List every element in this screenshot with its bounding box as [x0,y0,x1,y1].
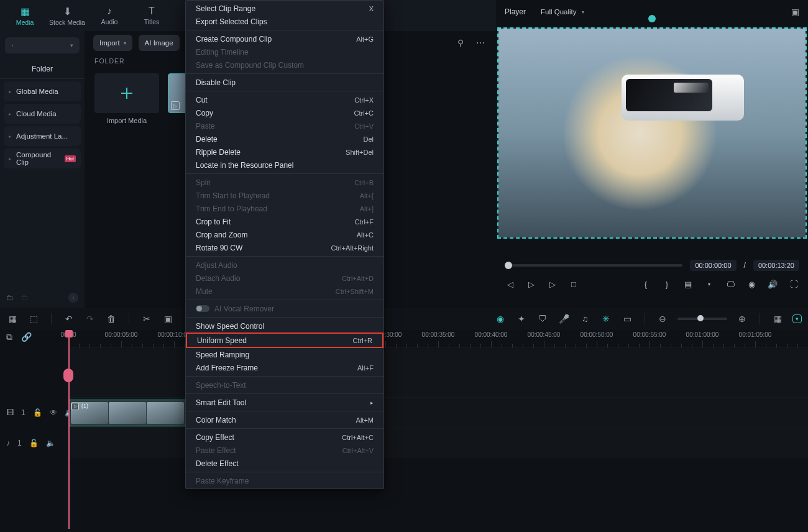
lock-icon[interactable]: 🔓 [33,408,42,417]
filter-icon[interactable]: ⚲ [454,36,467,50]
menu-item-color-match[interactable]: Color MatchAlt+M [186,413,383,426]
playhead-marker-icon[interactable] [648,15,656,22]
menu-item-export-selected-clips[interactable]: Export Selected Clips [186,15,383,28]
mic-icon[interactable]: 🎤 [558,314,570,324]
menu-separator [186,376,383,377]
chevron-down-icon: ▾ [582,9,584,15]
shield-icon[interactable]: ⛉ [536,314,549,324]
color-icon[interactable]: ◉ [494,314,507,324]
video-track-lane[interactable]: ▷ (1) [68,397,808,428]
preview-vr-headset [622,75,745,121]
mark-in-icon[interactable]: { [640,280,651,289]
tab-stock-media[interactable]: Stock Media [48,1,86,30]
menu-item-shortcut: Ctrl+Shift+M [336,288,374,295]
volume-icon[interactable]: 🔊 [767,280,778,289]
mute-icon[interactable]: 🔈 [46,439,55,447]
timeline-ruler[interactable]: 00:0000:00:05:0000:00:10:0000:00:15:0000… [68,330,808,347]
quality-label: Full Quality [541,8,577,16]
audio-track-lane[interactable] [68,428,808,458]
copy-icon[interactable]: ⧉ [6,332,12,342]
add-icon [94,73,159,113]
select-tool-icon[interactable]: ⬚ [27,314,40,324]
lock-icon[interactable]: 🔓 [29,439,39,447]
menu-separator [186,300,383,300]
collapse-sidebar-button[interactable]: ‹ [68,293,78,303]
play-icon[interactable]: ▷ [526,280,537,289]
enhance-icon[interactable]: ✦ [515,314,528,324]
video-track-index: 1 [21,408,25,417]
zoom-slider[interactable] [677,318,727,320]
ruler-timestamp: 00:01:05:00 [739,331,772,338]
chevron-down-icon[interactable]: ▾ [704,282,715,287]
menu-item-crop-to-fit[interactable]: Crop to FitCtrl+F [186,215,383,228]
camera-icon[interactable]: ◉ [746,280,757,289]
sidebar-item-compound-clip[interactable]: ▸Compound ClipHot [4,149,81,168]
mark-out-icon[interactable]: } [661,280,673,289]
undo-icon[interactable]: ↶ [63,314,75,324]
menu-item-uniform-speed[interactable]: Uniform SpeedCtrl+R [186,332,383,348]
display-icon[interactable]: 🖵 [725,280,736,289]
timeline-clip[interactable]: ▷ (1) [68,400,186,426]
music-icon[interactable]: ♫ [579,314,591,324]
folder-add-icon[interactable]: 🗀 [6,293,14,302]
tab-titles[interactable]: Titles [133,1,170,30]
aspect-icon[interactable]: ▤ [682,280,694,289]
redo-icon[interactable]: ↷ [84,314,96,324]
folder-icon[interactable]: 🗀 [21,293,29,302]
menu-item-locate-in-the-resource-panel[interactable]: Locate in the Resource Panel [186,158,383,172]
play-all-icon[interactable]: ▷ [547,280,558,289]
menu-item-ripple-delete[interactable]: Ripple DeleteShift+Del [186,145,383,158]
fullscreen-icon[interactable]: ⛶ [788,280,799,289]
track-lane[interactable] [68,347,808,397]
menu-item-select-clip-range[interactable]: Select Clip RangeX [186,2,383,15]
layout-icon[interactable]: ▦ [6,314,19,324]
menu-item-copy[interactable]: CopyCtrl+C [186,106,383,119]
delete-icon[interactable]: 🗑 [105,314,117,324]
playhead[interactable] [68,330,70,529]
zoom-in-icon[interactable]: ⊕ [736,314,748,324]
sidebar-item-global-media[interactable]: ▸Global Media [4,81,81,101]
sidebar-item-cloud-media[interactable]: ▸Cloud Media [4,104,81,124]
tab-media[interactable]: Media [6,1,44,30]
menu-item-copy-effect[interactable]: Copy EffectCtrl+Alt+C [186,431,383,444]
caption-icon[interactable]: ▭ [621,314,633,324]
sidebar-item-adjustment-layer[interactable]: ▸Adjustment La... [4,126,81,146]
menu-item-smart-edit-tool[interactable]: Smart Edit Tool▸ [186,396,383,409]
view-toggle[interactable]: ▾ [792,314,802,323]
menu-item-create-compound-clip[interactable]: Create Compound ClipAlt+G [186,32,383,45]
caret-icon: ▸ [9,89,11,94]
project-selector[interactable]: · [5,37,80,53]
menu-item-shortcut: Ctrl+X [354,96,374,104]
menu-item-delete-effect[interactable]: Delete Effect [186,457,383,470]
clip-type-icon: ▷ [71,403,79,410]
link-icon[interactable]: 🔗 [21,332,32,342]
menu-item-label: Save as Compound Clip Custom [196,61,304,70]
video-track-head: 🎞 1 🔓 👁 🔈 [0,397,68,428]
menu-item-delete[interactable]: DeleteDel [186,132,383,145]
quality-selector[interactable]: Full Quality▾ [536,8,589,16]
ai-image-button[interactable]: AI Image [139,35,180,51]
menu-item-show-speed-control[interactable]: Show Speed Control [186,319,383,332]
import-button[interactable]: Import▾ [93,35,132,51]
stop-icon[interactable]: □ [568,280,579,289]
seek-bar[interactable] [505,264,682,267]
menu-item-add-freeze-frame[interactable]: Add Freeze FrameAlt+F [186,361,383,374]
prev-frame-icon[interactable]: ◁ [505,280,516,289]
crop-icon[interactable]: ▣ [162,314,174,324]
snapshot-icon[interactable]: ▣ [791,7,799,17]
tab-audio[interactable]: Audio [91,1,128,30]
split-icon[interactable]: ✂ [140,314,153,324]
menu-item-rotate-90-cw[interactable]: Rotate 90 CWCtrl+Alt+Right [186,241,383,254]
grid-view-icon[interactable]: ▦ [771,314,784,324]
zoom-out-icon[interactable]: ⊖ [656,314,669,324]
menu-item-disable-clip[interactable]: Disable Clip [186,76,383,89]
ruler-timestamp: 00:00:05:00 [105,331,138,338]
preview-viewport[interactable] [497,27,807,239]
ai-icon[interactable]: ✳ [600,314,612,324]
eye-icon[interactable]: 👁 [50,408,57,417]
menu-item-cut[interactable]: CutCtrl+X [186,93,383,106]
menu-item-crop-and-zoom[interactable]: Crop and ZoomAlt+C [186,228,383,241]
media-tile-import[interactable]: Import Media [94,73,159,124]
more-icon[interactable]: ⋯ [474,36,487,50]
menu-item-speed-ramping[interactable]: Speed Ramping [186,348,383,361]
